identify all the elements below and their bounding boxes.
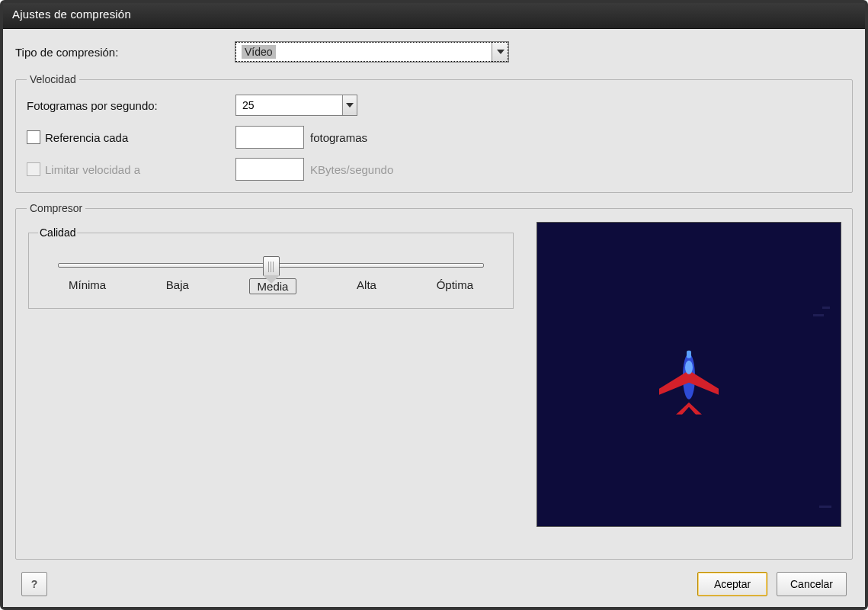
speed-legend: Velocidad xyxy=(27,73,79,85)
svg-rect-1 xyxy=(687,351,691,358)
compressor-legend: Compresor xyxy=(27,202,85,214)
quality-tick: Alta xyxy=(357,278,376,294)
quality-legend: Calidad xyxy=(38,226,77,239)
fps-combo[interactable] xyxy=(235,95,357,116)
compression-type-value: Vídeo xyxy=(235,46,492,58)
quality-thumb[interactable] xyxy=(263,256,280,276)
compressor-left: Calidad MínimaBajaMediaAltaÓptima xyxy=(27,222,515,527)
quality-group: Calidad MínimaBajaMediaAltaÓptima xyxy=(28,226,514,309)
chevron-down-icon[interactable] xyxy=(342,95,357,115)
keyframe-suffix: fotogramas xyxy=(310,131,367,144)
airplane-icon xyxy=(656,342,722,415)
fps-row: Fotogramas por segundo: xyxy=(27,93,841,117)
compression-type-combo[interactable]: Vídeo xyxy=(235,41,509,63)
keyframe-row: Referencia cada fotogramas xyxy=(27,125,841,149)
limit-checkbox xyxy=(27,162,40,176)
keyframe-label: Referencia cada xyxy=(45,131,128,144)
keyframe-input[interactable] xyxy=(236,131,303,143)
quality-tick: Óptima xyxy=(437,278,473,294)
speed-group: Velocidad Fotogramas por segundo: Refere… xyxy=(15,73,853,193)
limit-input-wrap xyxy=(235,158,304,181)
compressor-group: Compresor Calidad MínimaBajaMediaAltaÓpt… xyxy=(15,202,853,560)
keyframe-label-wrap: Referencia cada xyxy=(27,130,229,144)
keyframe-input-wrap xyxy=(235,126,304,149)
limit-label-wrap: Limitar velocidad a xyxy=(27,162,229,176)
quality-track xyxy=(58,263,484,268)
svg-marker-4 xyxy=(676,403,702,415)
quality-tick: Mínima xyxy=(69,278,106,294)
dialog-title: Ajustes de compresión xyxy=(3,3,865,29)
fps-label: Fotogramas por segundo: xyxy=(27,99,229,112)
dialog-client: Tipo de compresión: Vídeo Velocidad Foto… xyxy=(3,29,865,607)
limit-label: Limitar velocidad a xyxy=(45,163,140,176)
compression-type-row: Tipo de compresión: Vídeo xyxy=(15,40,853,64)
keyframe-checkbox[interactable] xyxy=(27,130,40,144)
quality-tick: Baja xyxy=(166,278,189,294)
limit-input xyxy=(236,163,303,175)
compressor-inner: Calidad MínimaBajaMediaAltaÓptima xyxy=(27,222,841,527)
chevron-down-icon[interactable] xyxy=(492,42,508,62)
cancel-button[interactable]: Cancelar xyxy=(777,572,847,596)
svg-point-5 xyxy=(685,361,693,374)
help-button[interactable]: ? xyxy=(21,572,47,596)
preview-pane xyxy=(536,222,841,527)
quality-slider[interactable]: MínimaBajaMediaAltaÓptima xyxy=(38,246,504,294)
ok-button[interactable]: Aceptar xyxy=(697,572,767,596)
limit-row: Limitar velocidad a KBytes/segundo xyxy=(27,157,841,181)
dialog-window: Ajustes de compresión Tipo de compresión… xyxy=(0,0,868,610)
limit-suffix: KBytes/segundo xyxy=(310,163,393,176)
dialog-button-bar: ? Aceptar Cancelar xyxy=(15,560,853,607)
fps-input[interactable] xyxy=(236,99,342,111)
compression-type-label: Tipo de compresión: xyxy=(15,46,229,59)
